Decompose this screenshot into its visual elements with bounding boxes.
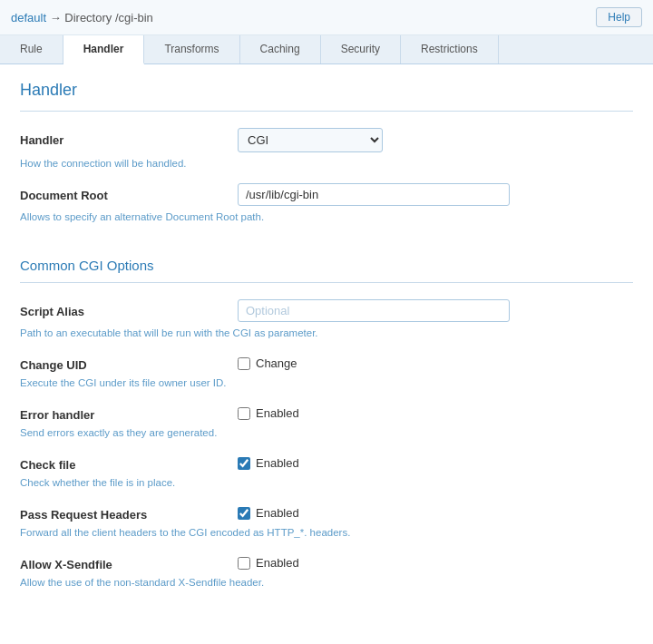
pass-req-headers-desc: Forward all the client headers to the CG… [20, 527, 633, 538]
pass-req-headers-checkbox-text: Enabled [256, 506, 299, 520]
cgi-section-title: Common CGI Options [20, 258, 633, 273]
check-file-field-row: Check file Enabled [20, 453, 633, 472]
error-handler-field-block: Error handler Enabled Send errors exactl… [20, 403, 633, 438]
allow-xsendfile-field-row: Allow X-Sendfile Enabled [20, 552, 633, 571]
change-uid-field-block: Change UID Change Execute the CGI under … [20, 353, 633, 388]
handler-select[interactable]: CGI FastCGI SCGI Proxy Static [238, 128, 383, 152]
check-file-checkbox-text: Enabled [256, 456, 299, 470]
tab-restrictions[interactable]: Restrictions [401, 35, 499, 63]
script-alias-input[interactable] [238, 299, 510, 322]
change-uid-label: Change UID [20, 353, 238, 372]
handler-field-row: Handler CGI FastCGI SCGI Proxy Static [20, 128, 633, 152]
error-handler-desc: Send errors exactly as they are generate… [20, 427, 633, 438]
error-handler-checkbox[interactable] [238, 407, 250, 420]
check-file-desc: Check whether the file is in place. [20, 477, 633, 488]
error-handler-field-row: Error handler Enabled [20, 403, 633, 422]
doc-root-label: Document Root [20, 183, 238, 202]
doc-root-input[interactable] [238, 183, 510, 206]
change-uid-desc: Execute the CGI under its file owner use… [20, 377, 633, 388]
error-handler-checkbox-label[interactable]: Enabled [238, 403, 633, 420]
tab-caching[interactable]: Caching [240, 35, 321, 63]
doc-root-desc: Allows to specify an alternative Documen… [20, 211, 633, 222]
change-uid-field-row: Change UID Change [20, 353, 633, 372]
script-alias-field-block: Script Alias Path to an executable that … [20, 299, 633, 338]
tab-transforms[interactable]: Transforms [144, 35, 239, 63]
handler-section-title: Handler [20, 81, 633, 100]
doc-root-field-row: Document Root [20, 183, 633, 206]
check-file-field-block: Check file Enabled Check whether the fil… [20, 453, 633, 488]
pass-req-headers-control: Enabled [238, 503, 633, 520]
change-uid-checkbox-label[interactable]: Change [238, 353, 633, 370]
pass-req-headers-checkbox[interactable] [238, 507, 250, 520]
handler-desc: How the connection will be handled. [20, 158, 633, 169]
pass-req-headers-label: Pass Request Headers [20, 503, 238, 522]
handler-label: Handler [20, 128, 238, 147]
error-handler-checkbox-text: Enabled [256, 406, 299, 420]
script-alias-field-row: Script Alias [20, 299, 633, 322]
tab-security[interactable]: Security [321, 35, 401, 63]
handler-control: CGI FastCGI SCGI Proxy Static [238, 128, 633, 152]
cgi-divider [20, 282, 633, 283]
script-alias-label: Script Alias [20, 299, 238, 318]
allow-xsendfile-desc: Allow the use of the non-standard X-Send… [20, 577, 633, 588]
main-content: Handler Handler CGI FastCGI SCGI Proxy S… [0, 64, 653, 629]
pass-req-headers-field-block: Pass Request Headers Enabled Forward all… [20, 503, 633, 538]
check-file-control: Enabled [238, 453, 633, 470]
error-handler-label: Error handler [20, 403, 238, 422]
allow-xsendfile-control: Enabled [238, 552, 633, 570]
allow-xsendfile-checkbox[interactable] [238, 557, 250, 570]
change-uid-checkbox[interactable] [238, 357, 250, 370]
change-uid-control: Change [238, 353, 633, 370]
pass-req-headers-checkbox-label[interactable]: Enabled [238, 503, 633, 520]
allow-xsendfile-field-block: Allow X-Sendfile Enabled Allow the use o… [20, 552, 633, 588]
help-button[interactable]: Help [596, 7, 642, 27]
tab-rule[interactable]: Rule [0, 35, 63, 63]
error-handler-control: Enabled [238, 403, 633, 420]
allow-xsendfile-label: Allow X-Sendfile [20, 552, 238, 571]
top-bar: default → Directory /cgi-bin Help [0, 0, 653, 35]
script-alias-control [238, 299, 633, 322]
breadcrumb: default → Directory /cgi-bin [11, 11, 153, 24]
check-file-label: Check file [20, 453, 238, 472]
tab-bar: Rule Handler Transforms Caching Security… [0, 35, 653, 64]
doc-root-field-block: Document Root Allows to specify an alter… [20, 183, 633, 222]
doc-root-control [238, 183, 633, 206]
pass-req-headers-field-row: Pass Request Headers Enabled [20, 503, 633, 522]
check-file-checkbox-label[interactable]: Enabled [238, 453, 633, 470]
breadcrumb-path: → Directory /cgi-bin [50, 11, 153, 24]
allow-xsendfile-checkbox-text: Enabled [256, 556, 299, 570]
handler-divider [20, 111, 633, 112]
script-alias-desc: Path to an executable that will be run w… [20, 327, 633, 338]
tab-handler[interactable]: Handler [63, 35, 145, 64]
allow-xsendfile-checkbox-label[interactable]: Enabled [238, 552, 633, 570]
change-uid-checkbox-text: Change [256, 356, 297, 370]
handler-field-block: Handler CGI FastCGI SCGI Proxy Static Ho… [20, 128, 633, 169]
breadcrumb-link[interactable]: default [11, 11, 46, 24]
check-file-checkbox[interactable] [238, 457, 250, 470]
